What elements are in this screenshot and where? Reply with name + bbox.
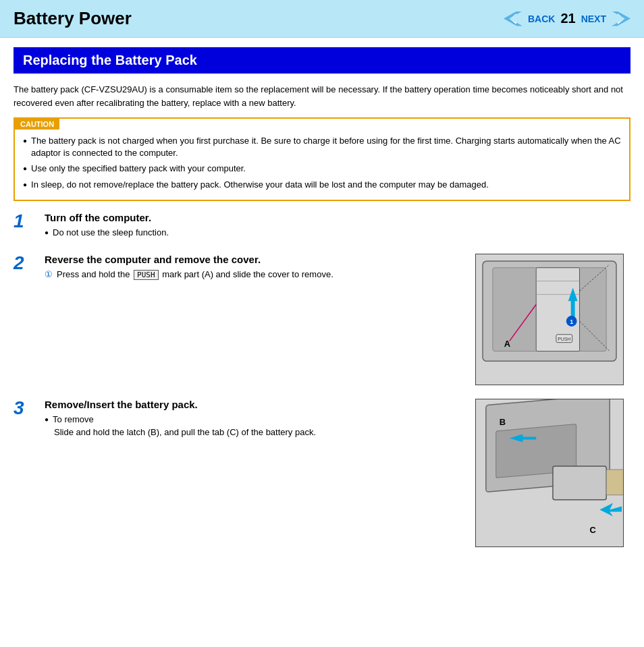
svg-text:A: A — [504, 338, 510, 348]
step-2: 2 Reverse the computer and remove the co… — [14, 254, 630, 385]
page-content: Replacing the Battery Pack The battery p… — [0, 47, 644, 574]
svg-marker-23 — [599, 503, 622, 516]
back-label[interactable]: BACK — [528, 13, 555, 24]
step-1-title: Turn off the computer. — [45, 212, 630, 223]
step-2-title: Reverse the computer and remove the cove… — [45, 254, 462, 265]
step-3-detail: Slide and hold the latch (B), and pull t… — [54, 427, 462, 437]
step-3-diagram: B C — [475, 399, 624, 547]
steps-container: 1 Turn off the computer. Do not use the … — [14, 212, 630, 547]
navigation-bar: BACK 21 NEXT — [504, 11, 630, 26]
page-title: Battery Power — [14, 8, 132, 29]
svg-marker-1 — [618, 13, 624, 24]
step-2-info-text: Press and hold the PUSH mark part (A) an… — [57, 269, 333, 280]
caution-item: Use only the specified battery pack with… — [23, 163, 621, 175]
caution-box: CAUTION The battery pack is not charged … — [14, 117, 630, 201]
step-3-number: 3 — [14, 399, 34, 547]
svg-marker-0 — [510, 13, 516, 24]
next-arrow[interactable] — [612, 11, 630, 26]
step-2-with-image: Reverse the computer and remove the cove… — [45, 254, 630, 385]
page-number: 21 — [560, 11, 575, 26]
svg-rect-18 — [553, 466, 606, 500]
section-title: Replacing the Battery Pack — [14, 47, 630, 74]
back-arrow[interactable] — [504, 11, 522, 26]
svg-text:C: C — [589, 525, 595, 535]
push-key: PUSH — [134, 270, 159, 280]
step-3-text: Remove/Insert the battery pack. To remov… — [45, 399, 462, 547]
step-2-text: Reverse the computer and remove the cove… — [45, 254, 462, 385]
caution-item: In sleep, do not remove/replace the batt… — [23, 179, 621, 191]
step-2-image: PUSH A 1 — [475, 254, 630, 385]
next-label[interactable]: NEXT — [581, 13, 606, 24]
step-3-bullet: To remove — [45, 414, 462, 424]
step-3-with-image: Remove/Insert the battery pack. To remov… — [45, 399, 630, 547]
step-1: 1 Turn off the computer. Do not use the … — [14, 212, 630, 240]
step-3: 3 Remove/Insert the battery pack. To rem… — [14, 399, 630, 547]
info-icon: ① — [45, 269, 53, 279]
svg-text:1: 1 — [570, 318, 573, 325]
caution-list: The battery pack is not charged when you… — [15, 130, 629, 200]
svg-text:PUSH: PUSH — [558, 336, 570, 341]
step-1-content: Turn off the computer. Do not use the sl… — [45, 212, 630, 240]
step-3-content: Remove/Insert the battery pack. To remov… — [45, 399, 630, 547]
svg-text:B: B — [500, 416, 506, 426]
step-2-info: ① Press and hold the PUSH mark part (A) … — [45, 269, 462, 280]
step-3-image: B C — [475, 399, 630, 547]
step-1-bullet: Do not use the sleep function. — [45, 227, 630, 237]
step-3-title: Remove/Insert the battery pack. — [45, 399, 462, 410]
intro-paragraph: The battery pack (CF-VZSU29AU) is a cons… — [14, 83, 630, 109]
step-2-number: 2 — [14, 254, 34, 385]
step-1-number: 1 — [14, 212, 34, 240]
step-2-content: Reverse the computer and remove the cove… — [45, 254, 630, 385]
page-header: Battery Power BACK 21 NEXT — [0, 0, 644, 38]
svg-rect-19 — [606, 470, 624, 495]
caution-label: CAUTION — [15, 119, 629, 130]
step-2-diagram: PUSH A 1 — [475, 254, 624, 385]
caution-item: The battery pack is not charged when you… — [23, 135, 621, 159]
